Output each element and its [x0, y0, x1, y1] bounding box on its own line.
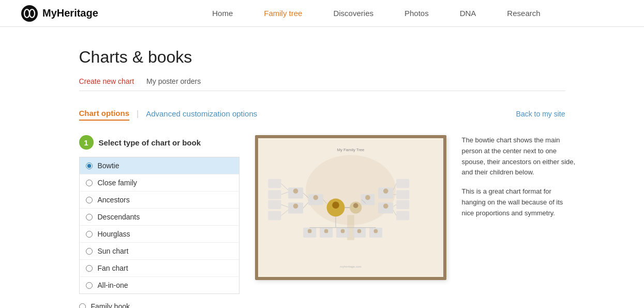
step1-title: Select type of chart or book [99, 138, 201, 147]
label-hourglass: Hourglass [98, 230, 130, 238]
preview-area: My Family Tree [255, 135, 446, 308]
step1-badge: 1 [79, 135, 94, 150]
nav-research[interactable]: Research [507, 9, 540, 18]
logo[interactable]: MyHeritage [21, 5, 98, 22]
svg-rect-20 [268, 200, 281, 209]
family-book-item[interactable]: Family book [79, 302, 239, 308]
svg-point-53 [340, 229, 345, 233]
description-text1: The bowtie chart shows the main person a… [462, 135, 576, 178]
step1-header: 1 Select type of chart or book [79, 135, 239, 150]
list-item-descendants[interactable]: Descendants [80, 209, 239, 226]
label-sun-chart: Sun chart [98, 247, 129, 255]
svg-point-47 [313, 195, 318, 200]
list-item-fan-chart[interactable]: Fan chart [80, 260, 239, 277]
nav-home[interactable]: Home [212, 9, 233, 18]
nav-photos[interactable]: Photos [405, 9, 429, 18]
svg-rect-30 [396, 179, 409, 188]
svg-point-8 [332, 201, 339, 209]
svg-rect-19 [268, 190, 281, 199]
logo-icon [21, 5, 38, 22]
radio-descendants[interactable] [86, 214, 93, 221]
main-area: 1 Select type of chart or book Bowtie Cl… [79, 135, 565, 308]
svg-point-55 [373, 229, 378, 233]
svg-text:myheritage.com: myheritage.com [340, 265, 361, 268]
svg-point-52 [324, 229, 328, 233]
radio-family-book[interactable] [79, 303, 86, 309]
svg-point-54 [357, 229, 361, 233]
radio-fan-chart[interactable] [86, 265, 93, 272]
create-new-link[interactable]: Create new chart [79, 77, 134, 85]
back-to-site-link[interactable]: Back to my site [516, 110, 565, 118]
label-fan-chart: Fan chart [98, 264, 128, 272]
list-item-sun-chart[interactable]: Sun chart [80, 243, 239, 260]
radio-ancestors[interactable] [86, 197, 93, 203]
radio-sun-chart[interactable] [86, 248, 93, 255]
sub-navigation: Create new chart My poster orders [79, 77, 565, 91]
nav-links: Home Family tree Discoveries Photos DNA … [129, 9, 623, 18]
right-panel: The bowtie chart shows the main person a… [462, 135, 576, 308]
tab-divider: | [137, 109, 139, 119]
radio-hourglass[interactable] [86, 231, 93, 238]
list-item-ancestors[interactable]: Ancestors [80, 192, 239, 209]
label-family-book: Family book [91, 302, 130, 308]
navigation: MyHeritage Home Family tree Discoveries … [0, 0, 644, 27]
svg-rect-33 [396, 211, 409, 220]
nav-dna[interactable]: DNA [460, 9, 476, 18]
label-close-family: Close family [98, 179, 137, 187]
chart-preview-frame: My Family Tree [255, 135, 446, 280]
radio-close-family[interactable] [86, 180, 93, 186]
list-item-close-family[interactable]: Close family [80, 174, 239, 192]
tabs-row: Chart options | Advanced customization o… [79, 107, 565, 121]
chart-type-list: Bowtie Close family Ancestors Descendant… [79, 157, 239, 294]
label-ancestors: Ancestors [98, 196, 130, 204]
svg-point-45 [293, 188, 298, 194]
radio-bowtie[interactable] [86, 163, 93, 169]
list-item-bowtie[interactable]: Bowtie [80, 157, 239, 174]
svg-point-48 [383, 188, 388, 194]
svg-text:My Family Tree: My Family Tree [337, 148, 364, 152]
main-content: Charts & books Create new chart My poste… [64, 27, 581, 308]
nav-discoveries[interactable]: Discoveries [333, 9, 373, 18]
radio-all-in-one[interactable] [86, 282, 93, 289]
svg-point-46 [293, 203, 298, 209]
svg-point-49 [383, 203, 388, 209]
svg-point-50 [365, 195, 370, 200]
svg-point-51 [307, 229, 311, 233]
svg-rect-31 [396, 190, 409, 199]
svg-point-10 [353, 203, 358, 208]
svg-rect-32 [396, 200, 409, 209]
description-text2: This is a great chart format for hanging… [462, 186, 576, 218]
tab-chart-options[interactable]: Chart options [79, 107, 130, 121]
label-descendants: Descendants [98, 213, 140, 221]
tab-advanced[interactable]: Advanced customization options [146, 107, 257, 120]
nav-family-tree[interactable]: Family tree [264, 9, 302, 18]
svg-rect-18 [268, 179, 281, 188]
page-title: Charts & books [79, 48, 565, 67]
label-bowtie: Bowtie [98, 162, 119, 170]
list-item-hourglass[interactable]: Hourglass [80, 226, 239, 243]
chart-preview-svg: My Family Tree [258, 138, 443, 277]
list-item-all-in-one[interactable]: All-in-one [80, 277, 239, 294]
left-panel: 1 Select type of chart or book Bowtie Cl… [79, 135, 239, 308]
label-all-in-one: All-in-one [98, 281, 128, 289]
svg-rect-21 [268, 211, 281, 220]
logo-text: MyHeritage [42, 7, 98, 19]
poster-orders-link[interactable]: My poster orders [146, 77, 201, 85]
